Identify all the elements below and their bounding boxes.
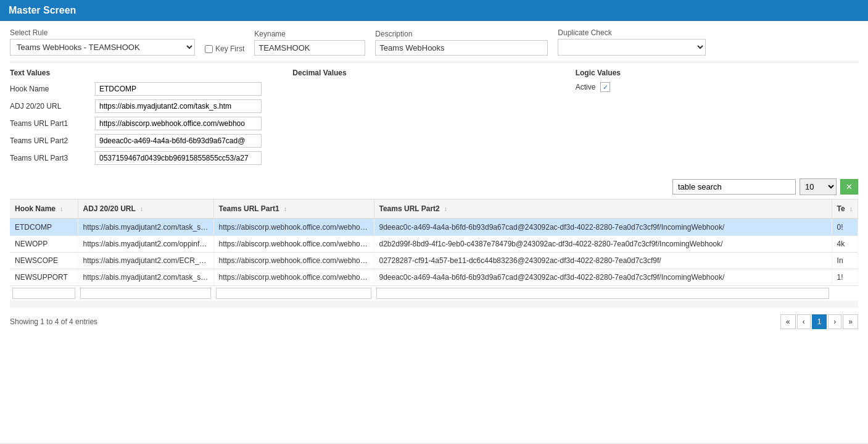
decimal-values-col: Decimal Values: [292, 69, 575, 169]
sort-icon-te: ↕: [849, 206, 853, 212]
cell-adj-3: https://abis.myadjutant2.com/task_s.htm: [78, 269, 213, 286]
cell-hookname-0: ETDCOMP: [10, 219, 78, 236]
page-size-select[interactable]: 10 25 50 100: [800, 178, 837, 195]
col-header-te[interactable]: Te ↕: [832, 199, 858, 219]
cell-adj-1: https://abis.myadjutant2.com/oppinfo_s.h…: [78, 236, 213, 253]
duplicate-check-label: Duplicate Check: [558, 28, 706, 37]
values-section: Text Values Hook Name ADJ 20/20 URL Team…: [10, 69, 858, 169]
select-rule-label: Select Rule: [10, 28, 195, 37]
col-header-part2[interactable]: Teams URL Part2 ↕: [374, 199, 832, 219]
table-row[interactable]: ETDCOMPhttps://abis.myadjutant2.com/task…: [10, 219, 858, 236]
field-adj-label: ADJ 20/20 URL: [10, 102, 90, 111]
col-search-part1[interactable]: [216, 288, 371, 299]
table-body: ETDCOMPhttps://abis.myadjutant2.com/task…: [10, 219, 858, 286]
main-content: Select Rule Teams WebHooks - TEAMSHOOK K…: [0, 21, 868, 443]
sort-icon-part1: ↕: [284, 206, 287, 212]
description-input[interactable]: [375, 40, 548, 56]
col-search-part2[interactable]: [376, 288, 829, 299]
sort-icon-part2: ↕: [444, 206, 447, 212]
field-row-adj: ADJ 20/20 URL: [10, 99, 292, 113]
text-values-heading: Text Values: [10, 69, 292, 77]
cell-adj-0: https://abis.myadjutant2.com/task_s.htm: [78, 219, 213, 236]
data-table: Hook Name ↕ ADJ 20/20 URL ↕ Teams URL Pa…: [10, 199, 858, 308]
footer-bar: Showing 1 to 4 of 4 entries « ‹ 1 › »: [10, 308, 858, 332]
table-search-input[interactable]: [672, 179, 796, 195]
select-rule-dropdown[interactable]: Teams WebHooks - TEAMSHOOK: [10, 39, 195, 56]
cell-te-1: 4k: [832, 236, 858, 253]
col-header-adj[interactable]: ADJ 20/20 URL ↕: [78, 199, 213, 219]
pagination: « ‹ 1 › »: [780, 314, 858, 329]
text-values-col: Text Values Hook Name ADJ 20/20 URL Team…: [10, 69, 292, 169]
field-part2-label: Teams URL Part2: [10, 136, 90, 145]
field-row-part1: Teams URL Part1: [10, 117, 292, 130]
pagination-first[interactable]: «: [780, 314, 796, 329]
field-row-part3: Teams URL Part3: [10, 151, 292, 165]
top-form: Select Rule Teams WebHooks - TEAMSHOOK K…: [10, 28, 858, 56]
pagination-page-1[interactable]: 1: [812, 314, 827, 329]
duplicate-check-dropdown[interactable]: [558, 39, 706, 56]
table-controls: 10 25 50 100 ✕: [10, 178, 858, 195]
pagination-next[interactable]: ›: [828, 314, 841, 329]
keyname-input[interactable]: [254, 40, 365, 56]
col-search-hookname[interactable]: [12, 288, 75, 299]
cell-part1-3: https://abiscorp.webhook.office.com/webh…: [213, 269, 374, 286]
field-part2-input[interactable]: [95, 134, 262, 148]
key-first-group: Key First: [205, 44, 244, 56]
cell-te-2: In: [832, 253, 858, 269]
field-row-hookname: Hook Name: [10, 82, 292, 96]
pagination-last[interactable]: »: [843, 314, 858, 329]
sort-icon-adj: ↕: [140, 206, 143, 212]
keyname-label: Keyname: [254, 30, 365, 38]
scrollbar-row: [10, 301, 858, 308]
cell-part2-2: 02728287-cf91-4a57-be11-dc6c44b83236@243…: [374, 253, 832, 269]
cell-hookname-1: NEWOPP: [10, 236, 78, 253]
table-header-row: Hook Name ↕ ADJ 20/20 URL ↕ Teams URL Pa…: [10, 199, 858, 219]
select-rule-group: Select Rule Teams WebHooks - TEAMSHOOK: [10, 28, 195, 56]
cell-adj-2: https://abis.myadjutant2.com/ECR_S.htm: [78, 253, 213, 269]
field-part1-label: Teams URL Part1: [10, 119, 90, 128]
field-hookname-input[interactable]: [95, 82, 262, 96]
cell-part2-1: d2b2d99f-8bd9-4f1c-9eb0-c4387e78479b@243…: [374, 236, 832, 253]
cell-hookname-3: NEWSUPPORT: [10, 269, 78, 286]
decimal-values-heading: Decimal Values: [292, 69, 575, 77]
cell-part1-2: https://abiscorp.webhook.office.com/webh…: [213, 253, 374, 269]
table-row[interactable]: NEWSCOPEhttps://abis.myadjutant2.com/ECR…: [10, 253, 858, 269]
active-row: Active ✓: [576, 82, 858, 92]
table-row[interactable]: NEWOPPhttps://abis.myadjutant2.com/oppin…: [10, 236, 858, 253]
field-adj-input[interactable]: [95, 99, 262, 113]
key-first-label: Key First: [215, 44, 244, 53]
description-label: Description: [375, 30, 548, 38]
active-checkbox[interactable]: ✓: [600, 82, 610, 92]
cell-te-3: 1!: [832, 269, 858, 286]
field-part3-input[interactable]: [95, 151, 262, 165]
logic-values-col: Logic Values Active ✓: [576, 69, 858, 169]
key-first-checkbox[interactable]: [205, 45, 213, 53]
showing-text: Showing 1 to 4 of 4 entries: [10, 317, 97, 326]
field-row-part2: Teams URL Part2: [10, 134, 292, 148]
logic-values-heading: Logic Values: [576, 69, 858, 77]
sort-icon-hookname: ↕: [60, 206, 63, 212]
col-search-adj[interactable]: [80, 288, 211, 299]
cell-te-0: 0!: [832, 219, 858, 236]
cell-part2-3: 9deeac0c-a469-4a4a-b6fd-6b93d9a67cad@243…: [374, 269, 832, 286]
cell-part1-0: https://abiscorp.webhook.office.com/webh…: [213, 219, 374, 236]
page-title: Master Screen: [9, 5, 76, 15]
pagination-prev[interactable]: ‹: [797, 314, 811, 329]
col-header-hookname[interactable]: Hook Name ↕: [10, 199, 78, 219]
duplicate-check-group: Duplicate Check: [558, 28, 706, 56]
cell-part1-1: https://abiscorp.webhook.office.com/webh…: [213, 236, 374, 253]
keyname-group: Keyname: [254, 30, 365, 56]
table-row[interactable]: NEWSUPPORThttps://abis.myadjutant2.com/t…: [10, 269, 858, 286]
field-part3-label: Teams URL Part3: [10, 154, 90, 162]
divider-1: [10, 62, 858, 62]
field-hookname-label: Hook Name: [10, 85, 90, 93]
active-label: Active: [576, 83, 596, 91]
page-header: Master Screen: [0, 0, 868, 21]
export-button[interactable]: ✕: [840, 179, 858, 195]
column-search-row: [10, 286, 858, 301]
cell-part2-0: 9deeac0c-a469-4a4a-b6fd-6b93d9a67cad@243…: [374, 219, 832, 236]
description-group: Description: [375, 30, 548, 56]
field-part1-input[interactable]: [95, 117, 262, 130]
cell-hookname-2: NEWSCOPE: [10, 253, 78, 269]
col-header-part1[interactable]: Teams URL Part1 ↕: [213, 199, 374, 219]
